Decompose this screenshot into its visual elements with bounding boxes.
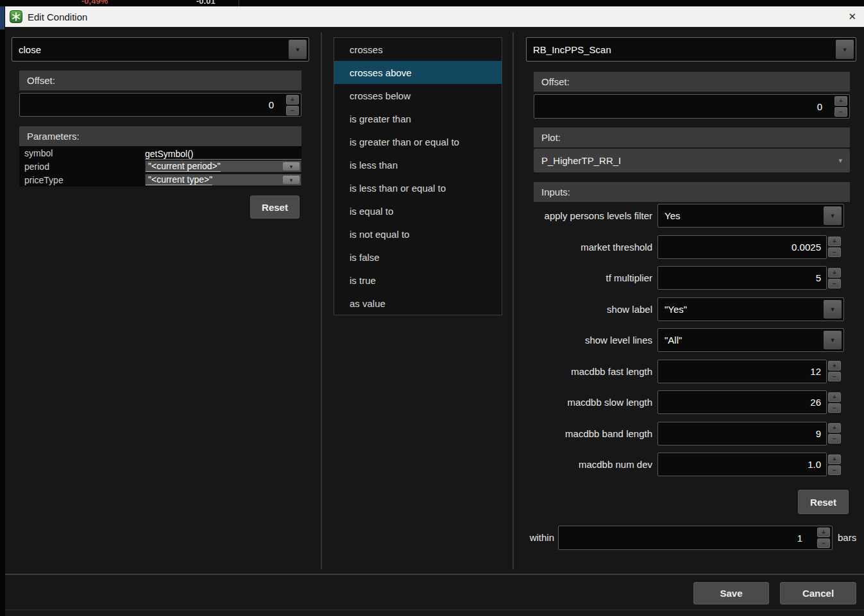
dialog-titlebar[interactable]: Edit Condition ✕ bbox=[5, 6, 864, 27]
edit-condition-dialog: Edit Condition ✕ close ▾ Offset: 0 + − P… bbox=[5, 6, 864, 616]
operator-option[interactable]: crosses below bbox=[334, 84, 502, 107]
input-value: "Yes" bbox=[665, 304, 687, 315]
input-row: macdbb slow length26+− bbox=[526, 390, 850, 414]
increment-icon[interactable]: + bbox=[286, 95, 299, 104]
chevron-down-icon: ▾ bbox=[838, 156, 842, 165]
input-label: macdbb num dev bbox=[526, 459, 657, 470]
operator-option[interactable]: as value bbox=[334, 292, 502, 315]
input-row: macdbb num dev1.0+− bbox=[526, 453, 850, 476]
input-value-dropdown[interactable]: "All"▾ bbox=[657, 328, 844, 352]
parameter-value-dropdown[interactable]: "<current type>"▾ bbox=[145, 174, 301, 186]
parameter-value-dropdown[interactable]: "<current period>"▾ bbox=[145, 160, 301, 172]
increment-icon[interactable]: + bbox=[834, 96, 847, 106]
decrement-icon[interactable]: − bbox=[828, 434, 841, 444]
operator-option[interactable]: crosses above bbox=[334, 61, 502, 84]
input-row: market threshold0.0025+− bbox=[526, 235, 850, 259]
left-source-dropdown[interactable]: close ▾ bbox=[12, 37, 309, 62]
parameter-row: period"<current period>"▾ bbox=[19, 160, 301, 173]
input-value: 26 bbox=[810, 397, 826, 408]
left-offset-input[interactable]: 0 + − bbox=[19, 93, 301, 117]
input-value: 9 bbox=[816, 428, 826, 439]
chevron-down-icon[interactable]: ▾ bbox=[283, 162, 300, 171]
within-input[interactable]: 1 + − bbox=[558, 526, 833, 550]
operator-option[interactable]: is greater than bbox=[334, 107, 502, 130]
operator-option[interactable]: is equal to bbox=[334, 199, 502, 222]
parameter-value: "<current period>" bbox=[146, 161, 221, 172]
decrement-icon[interactable]: − bbox=[834, 107, 847, 117]
decrement-icon[interactable]: − bbox=[828, 465, 841, 475]
increment-icon[interactable]: + bbox=[828, 454, 841, 464]
left-reset-button[interactable]: Reset bbox=[250, 196, 300, 219]
save-button[interactable]: Save bbox=[693, 582, 769, 604]
chevron-down-icon[interactable]: ▾ bbox=[836, 40, 854, 59]
left-offset-spinner: + − bbox=[286, 95, 299, 115]
bottom-edge-line bbox=[5, 610, 864, 610]
chevron-down-icon[interactable]: ▾ bbox=[824, 206, 842, 225]
within-label: within bbox=[526, 526, 554, 549]
parameter-value-input[interactable]: getSymbol() bbox=[145, 146, 301, 160]
increment-icon[interactable]: + bbox=[817, 528, 830, 537]
input-label: show level lines bbox=[526, 335, 657, 345]
parameter-value: "<current type>" bbox=[146, 174, 212, 185]
decrement-icon[interactable]: − bbox=[828, 279, 841, 288]
number-spinner: +− bbox=[828, 423, 841, 444]
increment-icon[interactable]: + bbox=[828, 361, 841, 370]
input-value-field[interactable]: 0.0025 bbox=[657, 235, 827, 259]
input-value: 1.0 bbox=[808, 459, 826, 470]
right-reset-button[interactable]: Reset bbox=[798, 490, 849, 514]
increment-icon[interactable]: + bbox=[828, 423, 841, 433]
app-icon bbox=[10, 10, 22, 23]
input-row: show label"Yes"▾ bbox=[526, 297, 850, 321]
operator-option[interactable]: is less than bbox=[334, 153, 502, 176]
input-row: macdbb fast length12+− bbox=[526, 360, 850, 383]
operator-list: crossescrosses abovecrosses belowis grea… bbox=[334, 37, 502, 315]
footer-divider bbox=[5, 574, 864, 575]
close-icon[interactable]: ✕ bbox=[848, 6, 856, 27]
chevron-down-icon[interactable]: ▾ bbox=[824, 300, 842, 319]
parameters-header: Parameters: bbox=[19, 126, 301, 146]
input-label: show label bbox=[526, 304, 657, 315]
chevron-down-icon[interactable]: ▾ bbox=[289, 40, 307, 59]
increment-icon[interactable]: + bbox=[828, 392, 841, 402]
input-value-field[interactable]: 26 bbox=[657, 390, 827, 414]
decrement-icon[interactable]: − bbox=[828, 372, 841, 381]
input-value-dropdown[interactable]: "Yes"▾ bbox=[657, 297, 844, 321]
operator-option[interactable]: crosses bbox=[334, 38, 502, 61]
input-value-dropdown[interactable]: Yes▾ bbox=[657, 204, 844, 228]
input-row: macdbb band length9+− bbox=[526, 422, 850, 445]
cancel-button[interactable]: Cancel bbox=[780, 582, 856, 604]
input-value-field[interactable]: 9 bbox=[657, 422, 827, 445]
input-label: market threshold bbox=[526, 242, 657, 253]
operator-option[interactable]: is true bbox=[334, 269, 502, 292]
input-value-field[interactable]: 12 bbox=[657, 360, 827, 383]
number-spinner: +− bbox=[828, 392, 841, 413]
parameter-name: symbol bbox=[19, 146, 145, 160]
operator-option[interactable]: is not equal to bbox=[334, 222, 502, 246]
chevron-down-icon[interactable]: ▾ bbox=[824, 331, 842, 349]
panel-divider-left bbox=[321, 32, 322, 569]
left-offset-header: Offset: bbox=[19, 71, 301, 90]
study-dropdown[interactable]: RB_IncPPS_Scan ▾ bbox=[526, 37, 856, 62]
within-spinner: + − bbox=[817, 528, 830, 548]
number-spinner: +− bbox=[828, 361, 841, 381]
decrement-icon[interactable]: − bbox=[286, 106, 299, 115]
input-value: 0.0025 bbox=[792, 242, 826, 253]
chevron-down-icon[interactable]: ▾ bbox=[283, 176, 300, 184]
study-dropdown-value: RB_IncPPS_Scan bbox=[533, 44, 611, 55]
input-row: tf multiplier5+− bbox=[526, 266, 850, 290]
operator-option[interactable]: is less than or equal to bbox=[334, 176, 502, 199]
decrement-icon[interactable]: − bbox=[817, 538, 830, 548]
increment-icon[interactable]: + bbox=[828, 237, 841, 246]
right-offset-input[interactable]: 0 + − bbox=[534, 94, 850, 119]
input-label: macdbb band length bbox=[526, 428, 657, 439]
operator-option[interactable]: is greater than or equal to bbox=[334, 130, 502, 153]
background-window: -0,49% -0.01 bbox=[0, 0, 864, 6]
decrement-icon[interactable]: − bbox=[828, 403, 841, 413]
decrement-icon[interactable]: − bbox=[828, 247, 841, 257]
input-value-field[interactable]: 1.0 bbox=[657, 453, 827, 476]
input-value-field[interactable]: 5 bbox=[657, 266, 827, 290]
increment-icon[interactable]: + bbox=[828, 268, 841, 278]
input-row: apply persons levels filterYes▾ bbox=[526, 204, 850, 228]
plot-dropdown[interactable]: P_HigherTP_RR_I ▾ bbox=[534, 149, 850, 172]
operator-option[interactable]: is false bbox=[334, 246, 502, 269]
